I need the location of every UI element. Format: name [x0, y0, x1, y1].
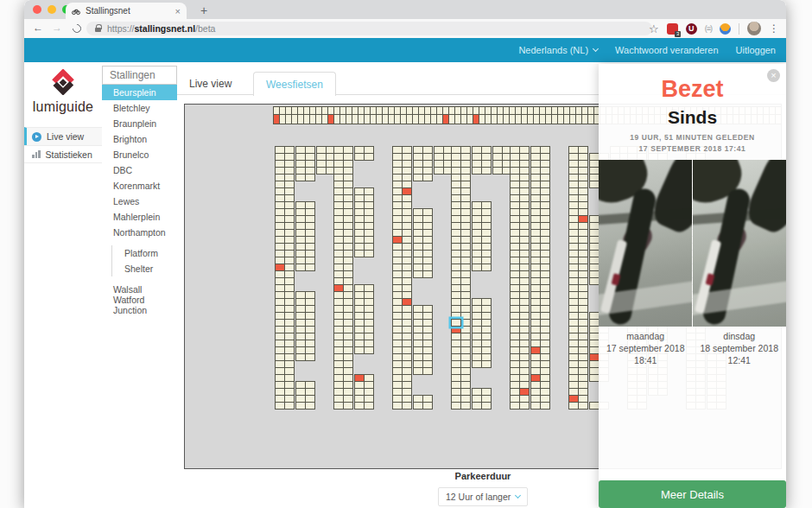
bookmark-star-icon[interactable]: ☆	[649, 22, 659, 35]
sidebar: lumiguide Live view Statistieken	[24, 62, 102, 508]
stalling-item[interactable]: Northampton	[102, 225, 177, 240]
parking-spot[interactable]	[422, 367, 433, 375]
refresh-icon[interactable]	[71, 22, 83, 35]
stalling-item-child[interactable]: Platform	[112, 245, 177, 261]
spot-photos	[599, 160, 786, 327]
sidebar-item-statistieken[interactable]: Statistieken	[24, 145, 102, 163]
change-password-link[interactable]: Wachtwoord veranderen	[615, 45, 718, 55]
since-ago-text: 19 UUR, 51 MINUTEN GELEDEN	[599, 133, 786, 142]
parkeerduur-value: 12 Uur of langer	[446, 492, 511, 502]
minimize-window-button[interactable]	[48, 5, 56, 14]
url-text: https://stallingsnet.nl/beta	[107, 23, 215, 34]
parking-spot[interactable]	[481, 264, 492, 271]
stallingen-panel: Stallingen Beursplein Bletchley Braunple…	[102, 62, 177, 508]
extension-badge: 3	[675, 31, 680, 37]
parking-spot[interactable]	[481, 167, 492, 175]
parking-spot[interactable]	[481, 360, 492, 368]
sidebar-item-live-view[interactable]: Live view	[24, 127, 102, 145]
language-dropdown[interactable]: Nederlands (NL)	[518, 45, 598, 55]
parking-spot[interactable]	[305, 402, 315, 410]
parking-spot[interactable]	[402, 402, 412, 410]
stallingen-header: Stallingen	[102, 66, 177, 85]
lock-icon	[95, 28, 101, 32]
toolbar-divider	[739, 23, 739, 35]
language-label: Nederlands (NL)	[518, 45, 588, 55]
back-icon[interactable]: ←	[33, 22, 43, 34]
parking-spot[interactable]	[422, 270, 433, 278]
tab-weesfietsen[interactable]: Weesfietsen	[253, 72, 336, 96]
parking-spot[interactable]	[364, 153, 374, 161]
extension-icon-4[interactable]	[720, 23, 731, 35]
spot-photo-1	[599, 160, 692, 327]
parking-spot[interactable]	[343, 402, 353, 410]
stalling-item[interactable]: Mahlerplein	[102, 209, 177, 225]
browser-tab-strip: Stallingsnet × +	[24, 0, 786, 19]
stalling-item[interactable]: Korenmarkt	[102, 178, 177, 194]
chevron-down-icon	[593, 46, 599, 52]
spot-photo-2	[693, 160, 786, 327]
browser-menu-icon[interactable]: ⋮	[769, 22, 779, 35]
profile-avatar[interactable]	[747, 22, 761, 35]
photo-captions: maandag 17 september 2018 18:41 dinsdag …	[599, 330, 786, 366]
stalling-item[interactable]: DBC	[102, 162, 177, 178]
address-bar[interactable]: https://stallingsnet.nl/beta	[86, 22, 652, 35]
parking-spot[interactable]	[481, 402, 492, 410]
browser-toolbar: ← → https://stallingsnet.nl/beta ☆ 3 U (…	[24, 19, 786, 38]
close-window-button[interactable]	[33, 5, 41, 14]
logout-link[interactable]: Uitloggen	[736, 45, 776, 55]
stalling-item[interactable]: Brighton	[102, 131, 177, 147]
bar-chart-icon	[32, 150, 41, 158]
stalling-children: Platform Shelter	[111, 245, 177, 276]
photo-caption-2: dinsdag 18 september 2018 12:41	[693, 330, 787, 366]
tab-close-icon[interactable]: ×	[175, 6, 181, 16]
parking-spot-selected[interactable]	[451, 319, 461, 327]
parking-spot[interactable]	[519, 402, 530, 410]
lumiguide-logo-icon	[50, 69, 76, 95]
parking-spot[interactable]	[540, 402, 550, 410]
parking-spot[interactable]	[364, 402, 374, 410]
sidebar-item-label: Statistieken	[46, 149, 92, 160]
stalling-item[interactable]: Brunelco	[102, 147, 177, 162]
parking-spot[interactable]	[364, 346, 374, 354]
stalling-item[interactable]: Braunplein	[102, 116, 177, 131]
screenshot-root: Stallingsnet × + ← → https://stallingsne…	[0, 0, 812, 508]
parking-spot[interactable]	[305, 264, 315, 271]
sidebar-item-label: Live view	[47, 131, 84, 142]
tab-favicon-bicycle-icon	[72, 7, 80, 16]
toolbar-right: ☆ 3 U (≡) ⋮	[649, 19, 779, 38]
logo-text: lumiguide	[24, 99, 102, 115]
stalling-item-selected[interactable]: Beursplein	[102, 85, 177, 100]
since-label: Sinds	[599, 107, 786, 128]
extension-icon-1[interactable]: 3	[667, 23, 678, 35]
new-tab-button[interactable]: +	[195, 2, 213, 19]
extension-icon-2[interactable]: U	[686, 23, 697, 35]
logo: lumiguide	[24, 62, 102, 115]
status-bezet: Bezet	[599, 76, 786, 103]
parking-spot[interactable]	[284, 402, 295, 410]
close-icon[interactable]: ×	[767, 69, 780, 82]
parking-spot[interactable]	[422, 174, 433, 181]
parking-spot[interactable]	[305, 353, 315, 361]
extension-icon-3[interactable]: (≡)	[705, 24, 712, 33]
stalling-item-child[interactable]: Shelter	[112, 261, 177, 276]
parkeerduur-select[interactable]: 12 Uur of langer	[438, 487, 528, 506]
chevron-down-icon	[515, 492, 521, 498]
browser-window: Stallingsnet × + ← → https://stallingsne…	[24, 0, 786, 508]
parking-spot[interactable]	[364, 250, 374, 257]
stalling-item[interactable]: Lewes	[102, 194, 177, 209]
photo-caption-1: maandag 17 september 2018 18:41	[599, 330, 693, 366]
spot-detail-panel: × Bezet Sinds 19 UUR, 51 MINUTEN GELEDEN…	[599, 64, 786, 508]
parking-spot[interactable]	[305, 174, 315, 181]
browser-tab[interactable]: Stallingsnet ×	[66, 3, 187, 19]
parking-spot[interactable]	[460, 402, 471, 410]
parking-spot[interactable]	[578, 402, 588, 410]
stalling-item[interactable]: Bletchley	[102, 100, 177, 116]
tab-live-view[interactable]: Live view	[177, 72, 244, 95]
live-view-icon	[32, 132, 41, 142]
forward-icon[interactable]: →	[52, 22, 62, 34]
since-timestamp: 17 SEPTEMBER 2018 17:41	[599, 144, 786, 153]
meer-details-button[interactable]: Meer Details	[599, 480, 786, 508]
tab-title: Stallingsnet	[86, 6, 170, 16]
parking-spot[interactable]	[422, 402, 433, 410]
stalling-item[interactable]: Watford Junction	[102, 297, 177, 313]
